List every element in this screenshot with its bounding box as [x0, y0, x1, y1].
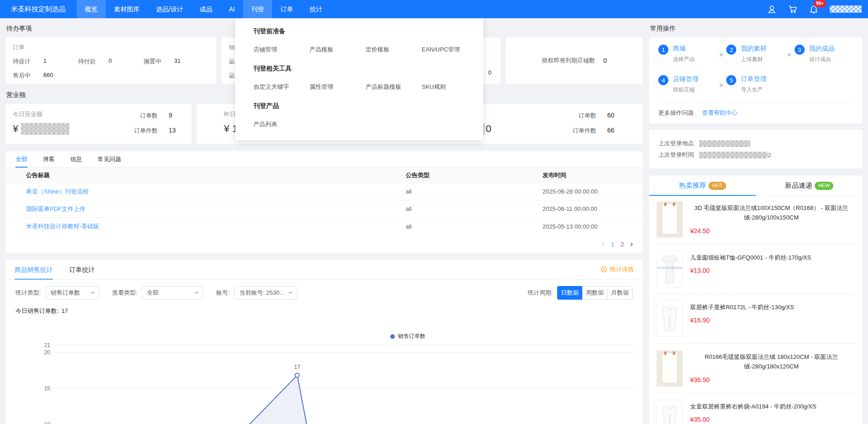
- menu-item-shop-management[interactable]: 店铺管理: [253, 46, 310, 54]
- side-column: 常用操作 1 商城选择产品 ▶ 2 我的素材上传素材 ▶ 3 我的成品设: [649, 23, 863, 424]
- step-my-finished[interactable]: 3 我的成品设计成品: [795, 45, 853, 63]
- product-image-shorts: [656, 400, 683, 424]
- svg-text:15: 15: [44, 385, 51, 392]
- statistics-card: 商品销售统计 订单统计 统计详情 统计类型: 销售订单数 查看类型: 全部 账号…: [5, 260, 643, 424]
- product-tabs: 热卖推荐 HOT 新品速递 NEW: [649, 176, 863, 196]
- product-title: 儿童圆领短袖T恤-GFQ0001 - 牛奶丝-170g/XS: [690, 253, 852, 262]
- redacted-login-location: [699, 140, 750, 147]
- cart-icon[interactable]: [788, 4, 798, 14]
- top-navbar: 米圣科技定制选品 概览 素材图库 选品/设计 成品 AI 刊登 订单 统计: [0, 0, 868, 18]
- svg-text:UPLOAD PICTURE DESIGN: UPLOAD PICTURE DESIGN: [657, 267, 682, 269]
- notifications-bell-icon[interactable]: 99+: [809, 4, 819, 14]
- auth-expiring-value: 0: [604, 57, 607, 64]
- tab-order-stats[interactable]: 订单统计: [69, 260, 95, 280]
- menu-item-sku-rules[interactable]: SKU规则: [422, 83, 478, 91]
- announcement-link[interactable]: 希音（Shine）刊登流程: [26, 188, 406, 196]
- nav-item-material-library[interactable]: 素材图库: [106, 0, 148, 18]
- announcement-link[interactable]: 国际面单PDF文件上传: [26, 205, 406, 213]
- notification-badge: 99+: [814, 0, 826, 7]
- menu-item-attribute-management[interactable]: 属性管理: [310, 83, 366, 91]
- step-arrow-icon: ▶: [717, 75, 726, 94]
- nav-item-publish[interactable]: 刊登: [243, 0, 272, 18]
- publish-menu-section-title: 刊登产品: [253, 102, 483, 110]
- customer-service-icon[interactable]: [767, 4, 777, 14]
- menu-item-custom-keywords[interactable]: 自定义关键字: [253, 83, 310, 91]
- product-list-item[interactable]: R0166毛毯竖版双面法兰绒 180x120CM - 双面法兰绒-280g/18…: [649, 345, 863, 392]
- more-questions-label: 更多操作问题: [658, 109, 694, 116]
- step-shop-management[interactable]: 4 店铺管理授权店铺: [658, 75, 717, 94]
- divider: [656, 244, 855, 245]
- announcement-pagination: ‹ 1 2 ›: [5, 235, 643, 250]
- common-ops-card: 1 商城选择产品 ▶ 2 我的素材上传素材 ▶ 3 我的成品设计成品 4: [649, 37, 863, 123]
- product-list-item[interactable]: 3D 毛毯竖版双面法兰绒100X150CM（R0168） - 双面法兰绒-280…: [649, 196, 863, 243]
- todo-orders-card: 订单 待设计 1 待付款 0 搁置中 31: [5, 37, 216, 84]
- menu-item-ean-upc[interactable]: EAN/UPC管理: [422, 46, 478, 54]
- nav-item-ai[interactable]: AI: [221, 0, 243, 18]
- tab-product-sales-stats[interactable]: 商品销售统计: [15, 260, 53, 280]
- product-list-item[interactable]: 女童双层裤里裤右裤袋-A0194 - 牛奶丝-200g/XS ¥35.00: [649, 394, 863, 424]
- help-center-link[interactable]: 查看帮助中心: [702, 109, 738, 116]
- svg-text:21: 21: [44, 342, 51, 348]
- menu-item-product-list[interactable]: 产品列表: [253, 120, 310, 128]
- chart-peak-point[interactable]: [295, 373, 300, 378]
- redacted-today-revenue: [21, 123, 69, 135]
- publish-menu-section-title: 刊登相关工具: [253, 65, 483, 73]
- view-type-select[interactable]: 全部: [142, 286, 203, 300]
- redacted-login-time: [699, 152, 768, 158]
- step-mall[interactable]: 1 商城选择产品: [658, 45, 717, 63]
- nav-item-select-design[interactable]: 选品/设计: [148, 0, 191, 18]
- pagination-page-1[interactable]: 1: [611, 241, 614, 248]
- announcement-tab-blog[interactable]: 博客: [43, 151, 55, 168]
- common-ops-title: 常用操作: [650, 25, 862, 33]
- nav-item-finished[interactable]: 成品: [191, 0, 221, 18]
- publish-menu-section: 刊登前准备 店铺管理 产品模板 定价模板 EAN/UPC管理: [253, 27, 483, 54]
- today-revenue-card: 今日营业额 ¥ 订单数 9 订单件数 13: [5, 104, 191, 144]
- stat-type-select[interactable]: 销售订单数: [46, 286, 99, 300]
- yesterday-order-count: 订单数 60: [573, 112, 623, 120]
- period-day-button[interactable]: 日数据: [557, 286, 583, 300]
- announcement-link[interactable]: 米圣科技设计器教程-基础版: [26, 222, 406, 230]
- product-title: 双层裤子里裤R0172L - 牛奶丝-130g/XS: [690, 302, 852, 312]
- nav-item-statistics[interactable]: 统计: [301, 0, 331, 18]
- product-image-tshirt: UPLOAD PICTURE DESIGN: [656, 251, 683, 287]
- orders-card-title: 订单: [13, 43, 209, 51]
- stats-detail-link[interactable]: 统计详情: [600, 266, 634, 274]
- product-list-item[interactable]: 双层裤子里裤R0172L - 牛奶丝-130g/XS ¥16.90: [649, 295, 863, 342]
- product-title: 3D 毛毯竖版双面法兰绒100X150CM（R0168） - 双面法兰绒-280…: [690, 203, 852, 223]
- menu-item-title-template[interactable]: 产品标题模板: [366, 83, 422, 91]
- clock-icon: [600, 266, 607, 273]
- menu-item-pricing-template[interactable]: 定价模板: [366, 46, 422, 54]
- chart-peak-label: 17: [294, 364, 300, 370]
- stat-on-hold[interactable]: 搁置中 31: [144, 57, 209, 66]
- tab-hot-sellers[interactable]: 热卖推荐 HOT: [649, 176, 756, 195]
- product-image-blanket: [656, 201, 683, 238]
- user-account-redacted[interactable]: [830, 5, 862, 13]
- announcement-row: 米圣科技设计器教程-基础版 all 2025-05-13 00:00:00: [5, 218, 643, 235]
- announcement-table-header: 公告标题 公告类型 发布时间: [5, 168, 643, 183]
- announcement-tab-faq[interactable]: 常见问题: [98, 151, 121, 168]
- announcement-tab-all[interactable]: 全部: [16, 151, 27, 168]
- step-order-management[interactable]: 5 订单管理导入生产: [726, 75, 785, 94]
- menu-item-product-template[interactable]: 产品模板: [310, 46, 366, 54]
- view-type-label: 查看类型:: [112, 289, 138, 297]
- today-piece-count: 订单件数 13: [134, 127, 184, 135]
- product-image-shorts: [656, 301, 683, 337]
- new-badge: NEW: [815, 182, 834, 190]
- tab-new-arrivals[interactable]: 新品速递 NEW: [756, 176, 863, 195]
- stat-pending-design[interactable]: 待设计 1: [13, 57, 78, 66]
- nav-item-orders[interactable]: 订单: [272, 0, 301, 18]
- nav-item-overview[interactable]: 概览: [77, 0, 106, 18]
- product-price: ¥36.50: [690, 376, 852, 383]
- stat-pending-payment[interactable]: 待付款 0: [78, 57, 143, 66]
- product-list-item[interactable]: UPLOAD PICTURE DESIGN 儿童圆领短袖T恤-GFQ0001 -…: [649, 245, 863, 293]
- pagination-prev-icon[interactable]: ‹: [602, 240, 604, 248]
- pagination-page-2[interactable]: 2: [620, 241, 624, 248]
- announcement-tab-info[interactable]: 信息: [70, 151, 82, 168]
- stat-after-sale[interactable]: 售后中 660: [13, 72, 81, 80]
- period-week-button[interactable]: 周数据: [582, 286, 608, 300]
- pagination-next-icon[interactable]: ›: [630, 240, 633, 248]
- account-select[interactable]: 当前账号: 2530...: [234, 286, 297, 300]
- currency-symbol: ¥: [13, 123, 18, 135]
- step-my-materials[interactable]: 2 我的素材上传素材: [726, 45, 785, 63]
- period-month-button[interactable]: 月数据: [607, 286, 633, 300]
